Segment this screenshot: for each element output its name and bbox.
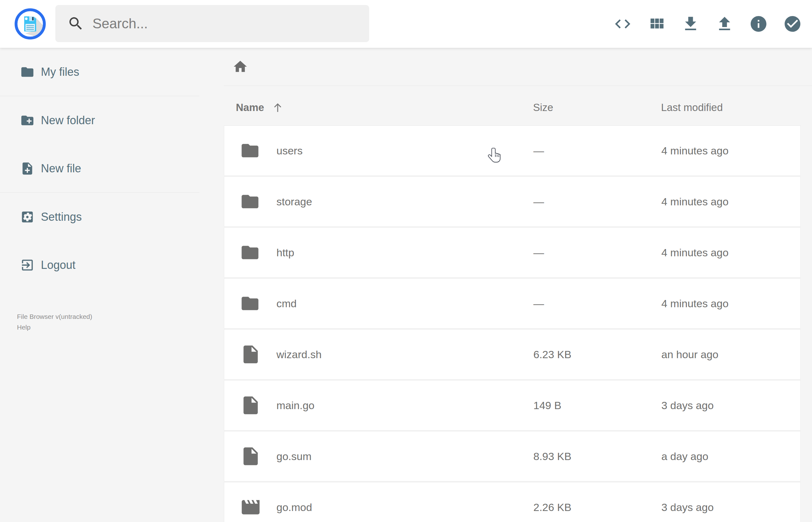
- file-row-go-mod[interactable]: go.mod 2.26 KB 3 days ago: [224, 482, 801, 522]
- search-input[interactable]: [93, 16, 369, 32]
- file-row-wizard-sh[interactable]: wizard.sh 6.23 KB an hour ago: [224, 329, 801, 380]
- sidebar-footer: File Browser v(untracked) Help: [17, 311, 92, 333]
- file-size: —: [533, 145, 544, 157]
- code-view-button[interactable]: [613, 15, 632, 33]
- file-list: users — 4 minutes ago storage — 4 minute…: [224, 125, 801, 522]
- check-circle-icon: [783, 14, 802, 34]
- folder-icon: [240, 192, 260, 212]
- file-modified: a day ago: [662, 450, 708, 463]
- folder-icon: [240, 141, 260, 161]
- file-size: —: [533, 196, 544, 208]
- select-button[interactable]: [783, 15, 802, 33]
- grid-view-icon: [648, 15, 666, 33]
- sidebar-item-label: Logout: [41, 259, 76, 272]
- topbar: [0, 0, 812, 48]
- folder-icon: [240, 242, 260, 263]
- file-row-cmd[interactable]: cmd — 4 minutes ago: [224, 278, 801, 328]
- sidebar: My files New folder New file Settings Lo…: [0, 48, 199, 522]
- folder-icon: [20, 65, 35, 79]
- file-modified: 4 minutes ago: [662, 196, 729, 208]
- floppy-disk-logo-icon: [15, 8, 46, 40]
- file-name: cmd: [277, 298, 297, 310]
- file-icon: [240, 395, 261, 416]
- file-icon: [240, 446, 261, 467]
- search-bar[interactable]: [55, 5, 369, 42]
- file-modified: 4 minutes ago: [662, 145, 729, 157]
- sort-by-name-header[interactable]: Name: [236, 101, 284, 114]
- sidebar-item-settings[interactable]: Settings: [0, 193, 199, 241]
- breadcrumb-home-button[interactable]: [232, 59, 248, 75]
- file-name: go.sum: [277, 450, 312, 463]
- sidebar-item-label: New file: [41, 162, 81, 175]
- listing-header: Name Size Last modified: [199, 95, 812, 120]
- sidebar-item-my-files[interactable]: My files: [0, 48, 199, 96]
- file-size: 2.26 KB: [533, 501, 571, 514]
- create-new-folder-icon: [20, 113, 35, 128]
- logout-icon: [20, 258, 35, 272]
- file-name: http: [277, 246, 295, 259]
- version-text: File Browser v(untracked): [17, 311, 92, 322]
- breadcrumb: [199, 48, 812, 85]
- sidebar-item-label: New folder: [41, 114, 95, 127]
- file-size: —: [533, 246, 544, 259]
- file-modified: 3 days ago: [662, 501, 714, 514]
- breadcrumb-divider: [224, 85, 812, 86]
- file-icon: [240, 344, 261, 365]
- file-modified: 3 days ago: [662, 399, 714, 411]
- column-label-modified: Last modified: [661, 102, 723, 114]
- file-size: —: [533, 298, 544, 310]
- info-icon: [749, 14, 768, 34]
- file-row-users[interactable]: users — 4 minutes ago: [224, 125, 801, 176]
- home-icon: [232, 59, 248, 75]
- info-button[interactable]: [749, 15, 768, 33]
- file-size: 6.23 KB: [533, 348, 571, 361]
- sort-ascending-icon: [271, 101, 284, 114]
- sidebar-item-new-file[interactable]: New file: [0, 144, 199, 193]
- folder-icon: [240, 294, 260, 314]
- file-row-storage[interactable]: storage — 4 minutes ago: [224, 176, 801, 227]
- sidebar-item-new-folder[interactable]: New folder: [0, 96, 199, 144]
- file-modified: 4 minutes ago: [662, 298, 729, 310]
- sidebar-item-label: Settings: [41, 210, 82, 224]
- file-name: storage: [277, 196, 312, 208]
- file-size: 8.93 KB: [533, 450, 571, 463]
- file-name: main.go: [277, 399, 314, 411]
- upload-icon: [715, 14, 734, 34]
- sidebar-item-label: My files: [41, 65, 79, 79]
- sidebar-item-logout[interactable]: Logout: [0, 241, 199, 289]
- download-icon: [681, 14, 700, 34]
- sort-by-modified-header[interactable]: Last modified: [661, 102, 723, 114]
- file-listing-area: Name Size Last modified users — 4 minute…: [199, 48, 812, 522]
- grid-view-button[interactable]: [647, 15, 666, 33]
- settings-icon: [20, 210, 35, 224]
- file-row-http[interactable]: http — 4 minutes ago: [224, 227, 801, 278]
- help-link[interactable]: Help: [17, 322, 31, 333]
- column-label-name: Name: [236, 102, 264, 114]
- file-modified: an hour ago: [662, 348, 718, 361]
- upload-button[interactable]: [715, 15, 734, 33]
- topbar-actions: [613, 0, 802, 48]
- movie-icon: [240, 497, 261, 518]
- file-name: users: [277, 145, 303, 157]
- file-row-go-sum[interactable]: go.sum 8.93 KB a day ago: [224, 431, 801, 481]
- file-row-main-go[interactable]: main.go 149 B 3 days ago: [224, 380, 801, 430]
- file-name: wizard.sh: [277, 348, 322, 361]
- download-button[interactable]: [681, 15, 700, 33]
- app-logo[interactable]: [15, 8, 46, 40]
- note-add-icon: [20, 161, 35, 176]
- file-modified: 4 minutes ago: [662, 246, 729, 259]
- sort-by-size-header[interactable]: Size: [533, 102, 553, 114]
- search-icon: [67, 15, 84, 32]
- file-size: 149 B: [533, 399, 561, 411]
- column-label-size: Size: [533, 102, 553, 114]
- code-icon: [613, 15, 632, 33]
- file-name: go.mod: [277, 501, 312, 514]
